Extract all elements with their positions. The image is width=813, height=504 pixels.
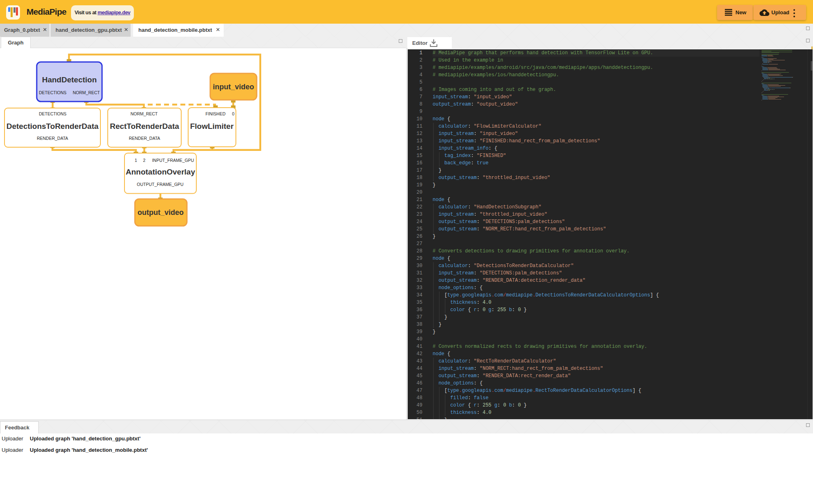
svg-text:0: 0 — [232, 111, 235, 116]
svg-text:DetectionsToRenderData: DetectionsToRenderData — [7, 122, 99, 130]
svg-text:RENDER_DATA: RENDER_DATA — [37, 136, 68, 141]
svg-text:FlowLimiter: FlowLimiter — [190, 122, 234, 130]
svg-text:1: 1 — [135, 158, 137, 163]
svg-text:NORM_RECT: NORM_RECT — [131, 111, 158, 116]
svg-text:OUTPUT_FRAME_GPU: OUTPUT_FRAME_GPU — [137, 182, 183, 187]
svg-text:NORM_RECT: NORM_RECT — [73, 90, 100, 95]
svg-text:RENDER_DATA: RENDER_DATA — [129, 136, 160, 141]
svg-text:output_video: output_video — [138, 208, 184, 217]
svg-text:RectToRenderData: RectToRenderData — [110, 122, 179, 130]
svg-text:AnnotationOverlay: AnnotationOverlay — [126, 168, 195, 176]
svg-text:HandDetection: HandDetection — [42, 75, 97, 84]
svg-text:FINISHED: FINISHED — [205, 111, 225, 116]
svg-text:input_video: input_video — [213, 83, 254, 91]
svg-text:2: 2 — [143, 158, 146, 163]
svg-text:INPUT_FRAME_GPU: INPUT_FRAME_GPU — [152, 158, 194, 163]
svg-text:DETECTIONS: DETECTIONS — [39, 111, 67, 116]
svg-text:DETECTIONS: DETECTIONS — [39, 90, 67, 95]
